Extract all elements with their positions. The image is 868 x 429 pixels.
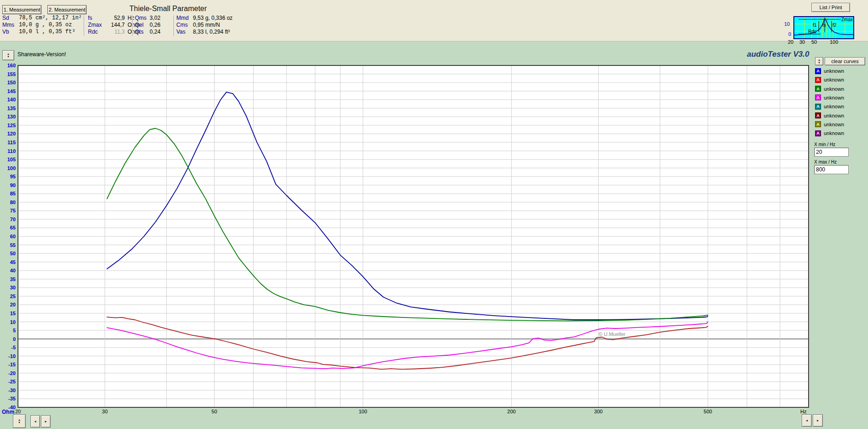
xmin-label: X min / Hz [814,142,835,147]
y-axis-label: -35 [0,396,16,402]
curve-color-icon: A [815,77,821,83]
y-axis-label: 115 [0,140,16,146]
y-axis-label: 100 [0,165,16,171]
curve-color-icon: A [815,121,821,127]
y-axis-label: 65 [0,225,16,231]
y-axis-label: 155 [0,71,16,77]
legend-label: unknown [824,95,844,100]
y-axis-label: -20 [0,370,16,376]
y-axis-label: 15 [0,311,16,317]
curve-color-icon: A [815,112,821,118]
x-axis-label: 50 [204,409,224,414]
y-axis-label: 25 [0,294,16,300]
y-axis-label: 130 [0,114,16,120]
legend-item[interactable]: Aunknown [815,67,844,75]
arrow-left-icon: ◂ [806,419,808,422]
x-axis-label: 30 [95,409,115,414]
curve-color-icon: A [815,94,821,100]
y-offset-spinner[interactable]: ▲ ▼ [13,414,26,428]
legend-item[interactable]: Aunknown [815,94,844,101]
legend-label: unknown [824,68,844,74]
curve-color-icon: A [815,86,821,92]
y-axis-label: 0 [0,336,16,342]
y-axis-label: 140 [0,97,16,103]
y-axis-label: 50 [0,251,16,257]
y-axis-label: 160 [0,63,16,69]
y-axis-label: 35 [0,276,16,282]
legend-item[interactable]: Aunknown [815,129,844,137]
legend-item[interactable]: Aunknown [815,76,844,83]
arrow-left-icon: ◂ [34,420,36,423]
scroll-left-button-right[interactable]: ◂ [802,414,812,427]
x-axis-label: 300 [588,409,608,414]
scroll-right-button-right[interactable]: ▸ [813,414,823,427]
arrow-right-icon: ▸ [45,420,47,423]
curve-color-icon: A [815,104,821,110]
copyright-note: © U.Mueller [599,331,625,337]
curve-color-icon: A [815,130,821,136]
legend-item[interactable]: Aunknown [815,103,844,110]
y-axis-label: 105 [0,157,16,163]
y-axis-label: 120 [0,131,16,137]
legend-label: unknown [824,122,844,127]
y-axis-label: 80 [0,200,16,206]
y-axis-label: 30 [0,285,16,291]
y-axis-label: 60 [0,234,16,240]
x-axis-label: 100 [353,409,373,414]
xmin-input[interactable] [814,147,849,157]
y-axis-label: 85 [0,191,16,197]
y-axis-label: 125 [0,123,16,129]
y-axis-label: 10 [0,319,16,325]
arrow-right-icon: ▸ [817,419,819,422]
legend-label: unknown [824,130,844,136]
impedance-chart [0,0,868,429]
y-axis-label: 75 [0,208,16,214]
xmax-input[interactable] [814,165,849,174]
y-axis-label: 20 [0,302,16,308]
legend-item[interactable]: Aunknown [815,112,844,119]
y-axis-label: -5 [0,345,16,351]
y-axis-label: 135 [0,106,16,112]
y-axis-label: 110 [0,148,16,154]
y-axis-label: 145 [0,88,16,94]
y-axis-label: -25 [0,379,16,385]
scroll-right-button[interactable]: ▸ [41,415,51,428]
x-axis-label: 500 [698,409,718,414]
spinner-down-icon[interactable]: ▼ [18,421,21,424]
y-axis-label: 5 [0,328,16,334]
scroll-left-button[interactable]: ◂ [30,415,40,428]
legend-label: unknown [824,113,844,118]
clear-curves-button[interactable]: clear curves [825,57,865,65]
spinner-down-icon[interactable]: ▼ [818,61,821,64]
y-axis-label: 40 [0,268,16,274]
y-axis-label: 55 [0,242,16,248]
y-axis-label: -10 [0,353,16,359]
y-axis-label: 45 [0,259,16,265]
legend-spinner[interactable]: ▲ ▼ [815,57,823,65]
curve-color-icon: A [815,68,821,74]
y-axis-label: -15 [0,362,16,368]
y-axis-label: 150 [0,80,16,86]
legend-label: unknown [824,77,844,82]
x-axis-label: 200 [501,409,522,414]
y-axis-label: -30 [0,388,16,394]
y-axis-label: 95 [0,174,16,180]
legend-label: unknown [824,86,844,92]
y-axis-label: 90 [0,182,16,188]
legend-item[interactable]: Aunknown [815,85,844,93]
y-axis-label: 70 [0,217,16,223]
xmax-label: X max / Hz [814,159,837,165]
legend-label: unknown [824,104,844,109]
x-axis-unit-label: Hz [800,409,806,414]
legend-item[interactable]: Aunknown [815,121,844,128]
